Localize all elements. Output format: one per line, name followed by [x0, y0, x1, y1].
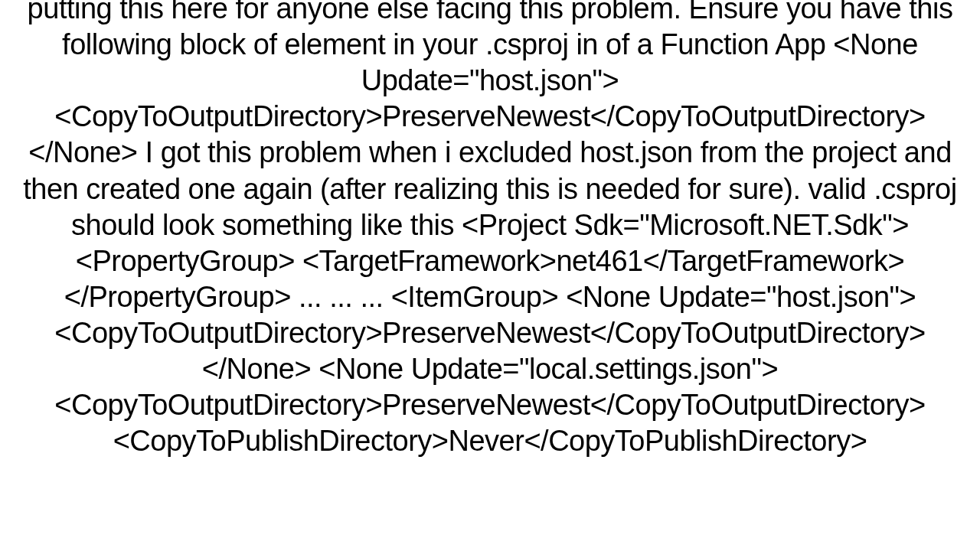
answer-body: putting this here for anyone else facing…	[0, 0, 980, 459]
answer-text: putting this here for anyone else facing…	[23, 0, 956, 457]
